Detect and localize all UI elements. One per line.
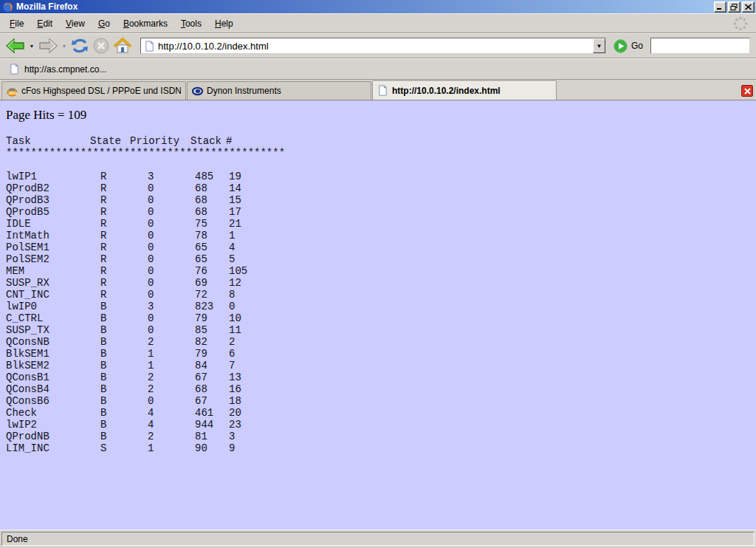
cell-stack: 461 bbox=[195, 407, 229, 419]
table-row: QProdB5 R 0 68 17 bbox=[6, 206, 756, 218]
cell-state: B bbox=[100, 348, 148, 360]
url-bar: ▼ bbox=[140, 38, 606, 54]
cell-task: IntMath bbox=[6, 230, 100, 242]
cell-state: B bbox=[100, 419, 148, 431]
cell-priority: 2 bbox=[148, 371, 195, 383]
cell-priority: 3 bbox=[148, 301, 195, 312]
header-priority: Priority bbox=[130, 135, 190, 147]
cell-stack: 85 bbox=[195, 324, 229, 336]
cell-stack: 485 bbox=[195, 171, 229, 182]
reload-button[interactable] bbox=[69, 36, 90, 55]
svg-text:cFos: cFos bbox=[9, 90, 18, 95]
menu-item[interactable]: Help bbox=[208, 16, 240, 32]
cell-num: 12 bbox=[229, 277, 241, 289]
back-button[interactable] bbox=[4, 36, 27, 55]
cell-priority: 0 bbox=[148, 265, 195, 277]
cell-state: S bbox=[100, 442, 148, 454]
cell-state: R bbox=[100, 218, 148, 230]
menu-item[interactable]: File bbox=[3, 16, 30, 32]
cell-num: 13 bbox=[229, 371, 241, 383]
search-input[interactable] bbox=[653, 40, 756, 52]
cell-priority: 2 bbox=[148, 431, 195, 442]
minimize-button[interactable] bbox=[714, 1, 726, 13]
cell-task: QConsB1 bbox=[6, 371, 100, 383]
menu-item[interactable]: Go bbox=[92, 16, 117, 32]
cell-stack: 78 bbox=[195, 230, 229, 242]
restore-button[interactable] bbox=[728, 1, 740, 13]
cell-stack: 81 bbox=[195, 431, 229, 442]
page-content: Page Hits = 109 Task State Priority Stac… bbox=[0, 100, 756, 530]
cell-task: BlkSEM1 bbox=[6, 348, 100, 360]
task-table: Task State Priority Stack # ************… bbox=[6, 135, 756, 454]
firefox-icon bbox=[2, 1, 13, 13]
close-tab-button[interactable] bbox=[741, 85, 753, 97]
cell-task: QProdB5 bbox=[6, 206, 100, 218]
cell-task: BlkSEM2 bbox=[6, 360, 100, 371]
table-row: PolSEM1 R 0 65 4 bbox=[6, 242, 756, 253]
cell-num: 0 bbox=[229, 301, 235, 312]
go-button[interactable] bbox=[614, 39, 628, 53]
cell-state: B bbox=[100, 371, 148, 383]
menu-item[interactable]: View bbox=[59, 16, 92, 32]
cell-num: 17 bbox=[229, 206, 241, 218]
tab[interactable]: Dynon Instruments bbox=[187, 81, 371, 100]
forward-button[interactable] bbox=[37, 36, 59, 55]
cell-stack: 69 bbox=[195, 277, 229, 289]
cell-task: QProdNB bbox=[6, 431, 100, 442]
home-button[interactable] bbox=[112, 36, 133, 55]
tab[interactable]: http://10.0.10.2/index.html bbox=[372, 81, 557, 100]
cell-state: R bbox=[100, 277, 148, 289]
url-dropdown-button[interactable]: ▼ bbox=[593, 38, 605, 53]
cell-stack: 79 bbox=[195, 312, 229, 324]
table-row: IntMath R 0 78 1 bbox=[6, 230, 756, 242]
cell-stack: 82 bbox=[195, 336, 229, 348]
cell-task: QConsB6 bbox=[6, 395, 100, 407]
cell-state: R bbox=[100, 265, 148, 277]
header-num: # bbox=[226, 135, 232, 147]
cell-priority: 0 bbox=[148, 253, 195, 265]
go-label[interactable]: Go bbox=[631, 41, 643, 51]
cell-stack: 67 bbox=[195, 371, 229, 383]
back-arrow-icon bbox=[5, 37, 26, 55]
cell-state: B bbox=[100, 360, 148, 371]
cell-priority: 0 bbox=[148, 242, 195, 253]
cell-priority: 1 bbox=[148, 348, 195, 360]
tab[interactable]: cFos cFos Highspeed DSL / PPPoE und ISDN… bbox=[1, 81, 186, 100]
stop-button[interactable] bbox=[92, 36, 111, 55]
cell-num: 9 bbox=[229, 442, 235, 454]
menu-item[interactable]: Edit bbox=[30, 16, 59, 32]
cell-state: B bbox=[100, 324, 148, 336]
cell-state: R bbox=[100, 194, 148, 206]
close-window-button[interactable] bbox=[742, 1, 755, 13]
cell-state: R bbox=[100, 182, 148, 194]
browser-window: Mozilla Firefox File Edit View Go Bookma… bbox=[0, 0, 756, 548]
cell-priority: 4 bbox=[148, 407, 195, 419]
cell-stack: 75 bbox=[195, 218, 229, 230]
search-box: G bbox=[650, 38, 750, 54]
cell-num: 16 bbox=[229, 383, 241, 395]
table-row: lwIP0 B 3 823 0 bbox=[6, 301, 756, 312]
url-input[interactable] bbox=[158, 41, 593, 52]
bookmark-label: http://as.cmpnet.co... bbox=[24, 64, 106, 75]
cell-stack: 84 bbox=[195, 360, 229, 371]
cell-task: SUSP_RX bbox=[6, 277, 100, 289]
bookmark-item[interactable]: http://as.cmpnet.co... bbox=[6, 62, 109, 76]
cell-num: 7 bbox=[229, 360, 235, 371]
cell-task: IDLE bbox=[6, 218, 100, 230]
cell-task: CNT_INC bbox=[6, 289, 100, 301]
cell-priority: 2 bbox=[148, 383, 195, 395]
back-dropdown[interactable]: ▼ bbox=[28, 44, 35, 49]
cell-stack: 68 bbox=[195, 194, 229, 206]
menu-item[interactable]: Tools bbox=[174, 16, 208, 32]
home-icon bbox=[113, 37, 132, 55]
table-row: SUSP_RX R 0 69 12 bbox=[6, 277, 756, 289]
table-row: BlkSEM2 B 1 84 7 bbox=[6, 360, 756, 371]
window-title: Mozilla Firefox bbox=[16, 0, 712, 13]
cell-num: 14 bbox=[229, 182, 241, 194]
cell-num: 11 bbox=[229, 324, 241, 336]
cell-state: B bbox=[100, 431, 148, 442]
bookmarks-toolbar: http://as.cmpnet.co... bbox=[0, 58, 756, 80]
table-row: C_CTRL B 0 79 10 bbox=[6, 312, 756, 324]
forward-dropdown[interactable]: ▼ bbox=[61, 44, 68, 49]
menu-item[interactable]: Bookmarks bbox=[117, 16, 174, 32]
